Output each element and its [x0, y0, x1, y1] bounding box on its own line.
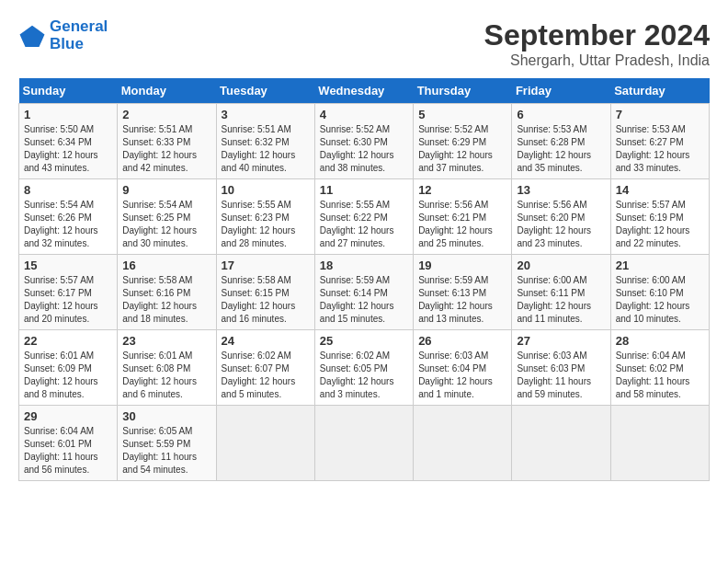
day-header-saturday: Saturday [610, 78, 709, 104]
day-number: 15 [24, 259, 112, 272]
calendar-cell: 21 Sunrise: 6:00 AM Sunset: 6:10 PM Dayl… [610, 255, 709, 330]
subtitle: Shergarh, Uttar Pradesh, India [484, 52, 710, 69]
day-info: Sunrise: 6:04 AM Sunset: 6:02 PM Dayligh… [616, 350, 704, 401]
day-info: Sunrise: 5:54 AM Sunset: 6:26 PM Dayligh… [24, 199, 112, 250]
logo-text: General Blue [50, 18, 108, 52]
calendar-cell: 10 Sunrise: 5:55 AM Sunset: 6:23 PM Dayl… [216, 179, 314, 255]
day-number: 16 [122, 259, 210, 272]
calendar-cell: 9 Sunrise: 5:54 AM Sunset: 6:25 PM Dayli… [118, 179, 216, 255]
calendar-week-1: 1 Sunrise: 5:50 AM Sunset: 6:34 PM Dayli… [19, 104, 710, 179]
day-info: Sunrise: 6:05 AM Sunset: 5:59 PM Dayligh… [122, 425, 210, 477]
day-info: Sunrise: 5:54 AM Sunset: 6:25 PM Dayligh… [122, 199, 210, 250]
day-number: 11 [320, 183, 408, 197]
calendar-cell: 2 Sunrise: 5:51 AM Sunset: 6:33 PM Dayli… [118, 104, 216, 179]
day-info: Sunrise: 6:02 AM Sunset: 6:07 PM Dayligh… [222, 350, 310, 401]
calendar-cell [610, 406, 709, 481]
calendar-cell: 1 Sunrise: 5:50 AM Sunset: 6:34 PM Dayli… [19, 104, 118, 179]
day-header-sunday: Sunday [19, 78, 118, 104]
day-number: 29 [24, 409, 112, 423]
day-number: 25 [320, 334, 408, 348]
day-info: Sunrise: 5:58 AM Sunset: 6:15 PM Dayligh… [222, 274, 310, 326]
day-info: Sunrise: 5:52 AM Sunset: 6:29 PM Dayligh… [418, 123, 506, 175]
day-info: Sunrise: 5:57 AM Sunset: 6:19 PM Dayligh… [616, 199, 704, 250]
calendar-cell: 12 Sunrise: 5:56 AM Sunset: 6:21 PM Dayl… [414, 179, 512, 255]
day-info: Sunrise: 5:57 AM Sunset: 6:17 PM Dayligh… [24, 274, 112, 326]
day-info: Sunrise: 5:53 AM Sunset: 6:27 PM Dayligh… [616, 123, 704, 175]
calendar-cell [512, 406, 610, 481]
calendar-cell: 8 Sunrise: 5:54 AM Sunset: 6:26 PM Dayli… [19, 179, 118, 255]
calendar-cell [216, 406, 314, 481]
day-number: 28 [616, 334, 704, 348]
day-info: Sunrise: 5:55 AM Sunset: 6:22 PM Dayligh… [320, 199, 408, 250]
calendar-cell: 24 Sunrise: 6:02 AM Sunset: 6:07 PM Dayl… [216, 330, 314, 406]
calendar-cell: 23 Sunrise: 6:01 AM Sunset: 6:08 PM Dayl… [118, 330, 216, 406]
day-number: 24 [222, 334, 310, 348]
calendar-cell: 25 Sunrise: 6:02 AM Sunset: 6:05 PM Dayl… [314, 330, 413, 406]
day-number: 14 [616, 183, 704, 197]
day-number: 5 [418, 108, 506, 121]
day-number: 20 [517, 259, 605, 272]
day-number: 9 [122, 183, 210, 197]
calendar-cell: 13 Sunrise: 5:56 AM Sunset: 6:20 PM Dayl… [512, 179, 610, 255]
day-info: Sunrise: 5:59 AM Sunset: 6:13 PM Dayligh… [418, 274, 506, 326]
day-header-friday: Friday [512, 78, 610, 104]
day-info: Sunrise: 5:50 AM Sunset: 6:34 PM Dayligh… [24, 123, 112, 175]
title-area: September 2024 Shergarh, Uttar Pradesh, … [484, 18, 710, 69]
day-info: Sunrise: 6:01 AM Sunset: 6:08 PM Dayligh… [122, 350, 210, 401]
day-info: Sunrise: 6:04 AM Sunset: 6:01 PM Dayligh… [24, 425, 112, 477]
day-info: Sunrise: 6:03 AM Sunset: 6:04 PM Dayligh… [418, 350, 506, 401]
day-info: Sunrise: 5:52 AM Sunset: 6:30 PM Dayligh… [320, 123, 408, 175]
calendar-cell: 15 Sunrise: 5:57 AM Sunset: 6:17 PM Dayl… [19, 255, 118, 330]
day-info: Sunrise: 6:01 AM Sunset: 6:09 PM Dayligh… [24, 350, 112, 401]
day-number: 8 [24, 183, 112, 197]
day-number: 27 [517, 334, 605, 348]
calendar-week-3: 15 Sunrise: 5:57 AM Sunset: 6:17 PM Dayl… [19, 255, 710, 330]
calendar-cell: 26 Sunrise: 6:03 AM Sunset: 6:04 PM Dayl… [414, 330, 512, 406]
calendar-cell: 27 Sunrise: 6:03 AM Sunset: 6:03 PM Dayl… [512, 330, 610, 406]
calendar-cell: 28 Sunrise: 6:04 AM Sunset: 6:02 PM Dayl… [610, 330, 709, 406]
day-number: 19 [418, 259, 506, 272]
calendar-cell: 19 Sunrise: 5:59 AM Sunset: 6:13 PM Dayl… [414, 255, 512, 330]
calendar-cell: 7 Sunrise: 5:53 AM Sunset: 6:27 PM Dayli… [610, 104, 709, 179]
header: General Blue September 2024 Shergarh, Ut… [18, 18, 710, 69]
day-number: 30 [122, 409, 210, 423]
calendar-cell: 29 Sunrise: 6:04 AM Sunset: 6:01 PM Dayl… [19, 406, 118, 481]
calendar-table: SundayMondayTuesdayWednesdayThursdayFrid… [18, 78, 710, 481]
calendar-cell: 4 Sunrise: 5:52 AM Sunset: 6:30 PM Dayli… [314, 104, 413, 179]
calendar-cell [414, 406, 512, 481]
calendar-week-2: 8 Sunrise: 5:54 AM Sunset: 6:26 PM Dayli… [19, 179, 710, 255]
calendar-cell: 20 Sunrise: 6:00 AM Sunset: 6:11 PM Dayl… [512, 255, 610, 330]
day-info: Sunrise: 5:56 AM Sunset: 6:21 PM Dayligh… [418, 199, 506, 250]
calendar-cell: 5 Sunrise: 5:52 AM Sunset: 6:29 PM Dayli… [414, 104, 512, 179]
day-info: Sunrise: 6:00 AM Sunset: 6:10 PM Dayligh… [616, 274, 704, 326]
calendar-cell: 11 Sunrise: 5:55 AM Sunset: 6:22 PM Dayl… [314, 179, 413, 255]
calendar-cell [314, 406, 413, 481]
day-info: Sunrise: 5:59 AM Sunset: 6:14 PM Dayligh… [320, 274, 408, 326]
day-number: 22 [24, 334, 112, 348]
calendar-week-4: 22 Sunrise: 6:01 AM Sunset: 6:09 PM Dayl… [19, 330, 710, 406]
main-title: September 2024 [484, 18, 710, 52]
day-number: 12 [418, 183, 506, 197]
day-info: Sunrise: 5:56 AM Sunset: 6:20 PM Dayligh… [517, 199, 605, 250]
day-header-tuesday: Tuesday [216, 78, 314, 104]
calendar-cell: 17 Sunrise: 5:58 AM Sunset: 6:15 PM Dayl… [216, 255, 314, 330]
day-number: 4 [320, 108, 408, 121]
svg-marker-0 [20, 25, 45, 46]
day-info: Sunrise: 6:00 AM Sunset: 6:11 PM Dayligh… [517, 274, 605, 326]
day-number: 26 [418, 334, 506, 348]
day-header-wednesday: Wednesday [314, 78, 413, 104]
logo: General Blue [18, 18, 108, 52]
day-info: Sunrise: 6:02 AM Sunset: 6:05 PM Dayligh… [320, 350, 408, 401]
day-number: 13 [517, 183, 605, 197]
logo-icon [18, 22, 46, 50]
day-number: 23 [122, 334, 210, 348]
day-number: 3 [222, 108, 310, 121]
day-number: 7 [616, 108, 704, 121]
calendar-cell: 14 Sunrise: 5:57 AM Sunset: 6:19 PM Dayl… [610, 179, 709, 255]
day-info: Sunrise: 6:03 AM Sunset: 6:03 PM Dayligh… [517, 350, 605, 401]
calendar-cell: 3 Sunrise: 5:51 AM Sunset: 6:32 PM Dayli… [216, 104, 314, 179]
day-info: Sunrise: 5:53 AM Sunset: 6:28 PM Dayligh… [517, 123, 605, 175]
day-header-monday: Monday [118, 78, 216, 104]
day-number: 1 [24, 108, 112, 121]
day-info: Sunrise: 5:55 AM Sunset: 6:23 PM Dayligh… [222, 199, 310, 250]
